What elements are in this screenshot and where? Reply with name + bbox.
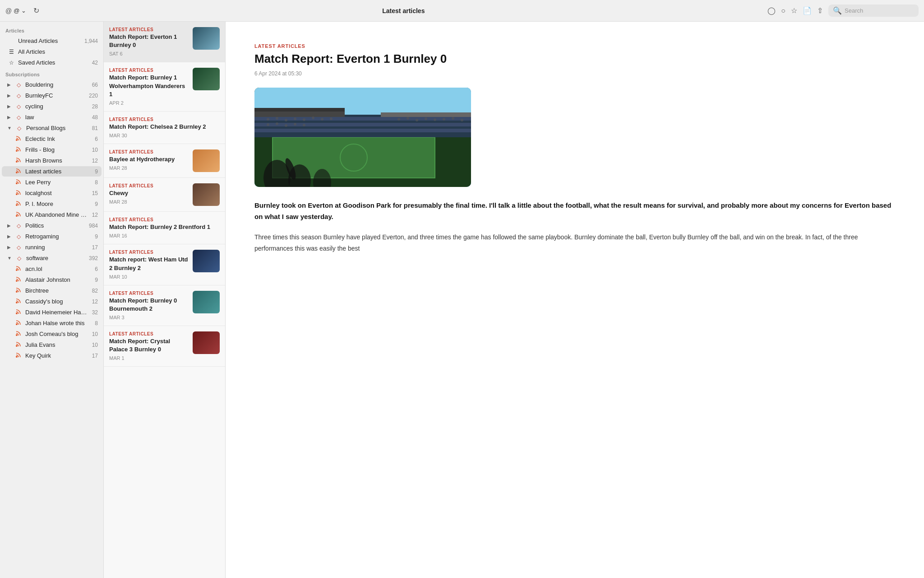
share-icon[interactable]: ⇧ — [817, 6, 823, 15]
sidebar-item-johan-halse[interactable]: Johan Halse wrote this 8 — [2, 318, 102, 328]
check-circle-icon[interactable]: ◯ — [767, 6, 776, 15]
article-list-item[interactable]: LATEST ARTICLES Match Report: Everton 1 … — [104, 22, 225, 62]
sidebar-item-pi-moore[interactable]: P. I. Moore 9 — [2, 199, 102, 209]
sidebar-item-localghost[interactable]: localghost 15 — [2, 188, 102, 198]
svg-point-1 — [16, 150, 18, 152]
refresh-button[interactable]: ↻ — [33, 6, 39, 15]
sidebar-item-bouldering[interactable]: ▶ ◇ Bouldering 66 — [2, 79, 102, 90]
article-item-tag: LATEST ARTICLES — [109, 217, 220, 222]
expand-chevron: ▶ — [7, 223, 11, 228]
svg-point-41 — [397, 118, 400, 121]
svg-point-35 — [330, 117, 333, 120]
sidebar-item-count: 9 — [95, 168, 98, 175]
sidebar-item-uk-mines[interactable]: UK Abandoned Mine Explores 12 — [2, 210, 102, 220]
lines-icon: ☰ — [7, 49, 15, 55]
article-list-item[interactable]: LATEST ARTICLES Match Report: Chelsea 2 … — [104, 112, 225, 144]
sidebar-item-lee-perry[interactable]: Lee Perry 8 — [2, 177, 102, 187]
article-item-date: MAR 30 — [109, 133, 220, 138]
account-switcher[interactable]: @ @ ⌄ — [5, 7, 26, 14]
sidebar-item-all[interactable]: ☰ All Articles — [2, 47, 102, 57]
sidebar-item-count: 82 — [92, 288, 98, 294]
sidebar-top-items: Unread Articles 1,944 ☰ All Articles ☆ S… — [0, 36, 103, 68]
article-item-tag: LATEST ARTICLES — [109, 331, 188, 336]
sidebar-item-josh-comeau[interactable]: Josh Comeau's blog 10 — [2, 329, 102, 339]
article-list-item[interactable]: LATEST ARTICLES Match Report: Crystal Pa… — [104, 326, 225, 367]
sidebar-item-key-quirk[interactable]: Key Quirk 17 — [2, 350, 102, 361]
sidebar-item-label: Unread Articles — [18, 37, 82, 44]
sidebar-item-count: 17 — [92, 244, 98, 251]
article-item-date: MAR 10 — [109, 274, 188, 280]
svg-point-47 — [452, 117, 454, 120]
sidebar-item-label: Key Quirk — [25, 352, 89, 359]
article-item-content: LATEST ARTICLES Match Report: Chelsea 2 … — [109, 117, 220, 138]
svg-point-29 — [276, 117, 278, 120]
sidebar-item-count: 9 — [95, 201, 98, 207]
sidebar-item-running[interactable]: ▶ ◇ running 17 — [2, 242, 102, 252]
sidebar-item-label: Politics — [25, 222, 86, 229]
sidebar-item-birchtree[interactable]: Birchtree 82 — [2, 285, 102, 296]
sidebar-item-cycling[interactable]: ▶ ◇ cycling 28 — [2, 101, 102, 112]
sidebar-item-label: David Heinemeier Hansson — [25, 309, 89, 316]
expand-chevron: ▶ — [7, 245, 11, 250]
svg-point-33 — [312, 117, 314, 119]
article-thumbnail — [193, 68, 220, 90]
rss-icon — [14, 320, 23, 326]
svg-point-40 — [303, 124, 305, 126]
article-item-content: LATEST ARTICLES Match report: West Ham U… — [109, 250, 188, 279]
rss-icon — [14, 200, 23, 207]
reader-icon[interactable]: 📄 — [803, 6, 812, 15]
sidebar-item-saved[interactable]: ☆ Saved Articles 42 — [2, 57, 102, 68]
sidebar-item-eclectic-ink[interactable]: Eclectic Ink 6 — [2, 134, 102, 144]
titlebar-actions: ◯ ○ ☆ 📄 ⇧ 🔍 — [767, 5, 919, 17]
article-list-item[interactable]: LATEST ARTICLES Match Report: Burnley 1 … — [104, 62, 225, 112]
article-item-tag: LATEST ARTICLES — [109, 117, 220, 122]
sidebar-item-label: acn.lol — [25, 266, 92, 272]
sidebar-item-count: 9 — [95, 233, 98, 240]
sidebar-item-politics[interactable]: ▶ ◇ Politics 984 — [2, 220, 102, 231]
sidebar-item-unread[interactable]: Unread Articles 1,944 — [2, 36, 102, 46]
svg-point-34 — [321, 118, 323, 121]
diamond-icon: ◇ — [14, 114, 23, 121]
search-bar[interactable]: 🔍 — [828, 5, 919, 17]
article-list-item[interactable]: LATEST ARTICLES Match Report: Burnley 2 … — [104, 212, 225, 244]
svg-point-7 — [16, 215, 18, 217]
expand-chevron: ▶ — [7, 93, 11, 98]
sidebar-item-burnleyfc[interactable]: ▶ ◇ BurnleyFC 220 — [2, 90, 102, 101]
sidebar-item-count: 81 — [92, 125, 98, 131]
reader-article-lead: Burnley took on Everton at Goodison Park… — [254, 200, 895, 223]
main-layout: Articles Unread Articles 1,944 ☰ All Art… — [0, 22, 924, 578]
search-input[interactable] — [845, 7, 914, 14]
article-item-tag: LATEST ARTICLES — [109, 27, 188, 32]
article-item-content: LATEST ARTICLES Match Report: Burnley 0 … — [109, 291, 188, 320]
sidebar-item-julia-evans[interactable]: Julia Evans 10 — [2, 340, 102, 350]
sidebar-item-retrogaming[interactable]: ▶ ◇ Retrogaming 9 — [2, 231, 102, 242]
sidebar-item-label: Alastair Johnston — [25, 276, 92, 283]
article-list-item[interactable]: LATEST ARTICLES Match report: West Ham U… — [104, 244, 225, 285]
bubble-icon[interactable]: ○ — [781, 7, 785, 15]
article-list-item[interactable]: LATEST ARTICLES Match Report: Burnley 0 … — [104, 285, 225, 326]
article-item-content: LATEST ARTICLES Match Report: Burnley 1 … — [109, 68, 188, 106]
article-item-tag: LATEST ARTICLES — [109, 250, 188, 255]
svg-point-13 — [16, 323, 18, 325]
sidebar-item-software[interactable]: ▼ ◇ software 392 — [2, 253, 102, 263]
article-list-item[interactable]: LATEST ARTICLES Baylee at Hydrotherapy M… — [104, 144, 225, 178]
chevron-down-icon: ⌄ — [21, 7, 26, 14]
sidebar-item-acn-lol[interactable]: acn.lol 6 — [2, 264, 102, 274]
sidebar-item-count: 28 — [92, 103, 98, 110]
sidebar-item-alastair-johnston[interactable]: Alastair Johnston 9 — [2, 275, 102, 285]
star-icon[interactable]: ☆ — [791, 6, 797, 15]
sidebar-item-law[interactable]: ▶ ◇ law 48 — [2, 112, 102, 122]
article-thumbnail — [193, 291, 220, 313]
sidebar-item-cassidys-blog[interactable]: Cassidy's blog 12 — [2, 296, 102, 307]
sidebar-item-david-heinemeier[interactable]: David Heinemeier Hansson 32 — [2, 307, 102, 317]
rss-icon — [14, 135, 23, 142]
sidebar-item-count: 8 — [95, 320, 98, 326]
svg-point-6 — [16, 204, 18, 206]
sidebar-item-personal-blogs[interactable]: ▼ ◇ Personal Blogs 81 — [2, 123, 102, 133]
sidebar-item-frills-blog[interactable]: Frills - Blog 10 — [2, 144, 102, 155]
sidebar-item-latest-articles[interactable]: Latest articles 9 — [2, 166, 102, 177]
sidebar-item-label: software — [26, 255, 86, 261]
sidebar-item-harsh-browns[interactable]: Harsh Browns 12 — [2, 155, 102, 166]
article-item-date: APR 2 — [109, 100, 188, 106]
article-list-item[interactable]: LATEST ARTICLES Chewy MAR 28 — [104, 178, 225, 212]
